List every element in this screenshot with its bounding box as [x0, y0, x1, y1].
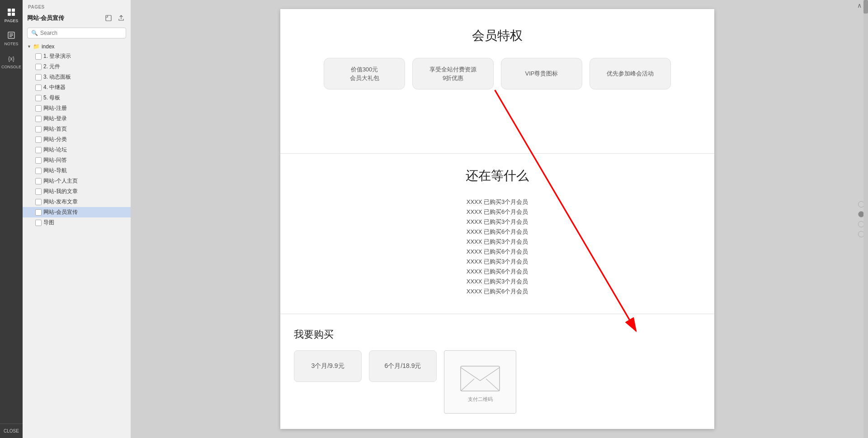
purchase-item-6: XXXX 已购买3个月会员	[467, 258, 528, 266]
tree-item-2[interactable]: 3. 动态面板	[23, 72, 131, 82]
tree-item-10[interactable]: 网站-问答	[23, 155, 131, 165]
page-icon	[35, 199, 42, 205]
vip-section-title: 会员特权	[294, 27, 701, 44]
tree-folder-index[interactable]: ▼ 📁 index	[23, 42, 131, 51]
canvas-page: 会员特权 价值300元会员大礼包 享受全站付费资源9折优惠 VIP尊贵图标 优先…	[280, 9, 714, 429]
icon-sidebar: PAGES NOTES {x} CONSOLE CLOSE	[0, 0, 23, 438]
page-tree: ▼ 📁 index 1. 登录演示 2. 元件 3. 动态面板 4. 中继器 5…	[23, 42, 131, 438]
svg-rect-10	[461, 366, 500, 391]
priv-card-3-text: 优先参加峰会活动	[607, 69, 654, 78]
notes-icon	[6, 30, 16, 40]
main-canvas-area: ∧ 会员特权 价值300元会员大礼包 享受全站付费资源9折优惠 VIP尊贵图标	[131, 0, 868, 438]
page-icon	[35, 147, 42, 153]
pages-title-row: 网站-会员宣传	[23, 11, 131, 26]
tree-item-label: 网站-会员宣传	[43, 208, 78, 216]
canvas-container[interactable]: 会员特权 价值300元会员大礼包 享受全站付费资源9折优惠 VIP尊贵图标 优先…	[131, 0, 863, 438]
current-page-title: 网站-会员宣传	[27, 14, 101, 22]
svg-text:{x}: {x}	[8, 56, 14, 62]
page-icon	[35, 220, 42, 226]
folder-label: index	[42, 43, 55, 50]
page-icon	[35, 64, 42, 70]
tree-item-label: 网站-分类	[43, 136, 67, 143]
priv-card-0: 价值300元会员大礼包	[324, 58, 405, 89]
pages-label: PAGES	[5, 19, 18, 23]
tree-item-0[interactable]: 1. 登录演示	[23, 51, 131, 61]
sidebar-item-console[interactable]: {x} CONSOLE	[0, 50, 23, 73]
tree-item-12[interactable]: 网站-个人主页	[23, 176, 131, 186]
section-vip-privileges: 会员特权 价值300元会员大礼包 享受全站付费资源9折优惠 VIP尊贵图标 优先…	[280, 9, 714, 154]
console-label: CONSOLE	[1, 65, 21, 69]
scrollbar[interactable]	[863, 0, 868, 438]
page-icon	[35, 74, 42, 80]
close-button[interactable]: CLOSE	[0, 424, 23, 438]
tree-item-label: 4. 中继器	[43, 84, 66, 91]
tree-item-6[interactable]: 网站-登录	[23, 113, 131, 124]
page-icon	[35, 209, 42, 216]
tree-item-1[interactable]: 2. 元件	[23, 61, 131, 72]
page-icon	[35, 188, 42, 195]
svg-rect-3	[12, 13, 15, 16]
purchase-item-4: XXXX 已购买3个月会员	[467, 238, 528, 246]
tree-item-16[interactable]: 导图	[23, 217, 131, 228]
qr-code-box: 支付二维码	[444, 350, 516, 414]
tree-item-3[interactable]: 4. 中继器	[23, 82, 131, 93]
purchase-list: XXXX 已购买3个月会员 XXXX 已购买6个月会员 XXXX 已购买3个月会…	[294, 198, 701, 296]
page-icon	[35, 116, 42, 122]
priv-card-1-text: 享受全站付费资源9折优惠	[429, 65, 476, 83]
tree-item-label: 2. 元件	[43, 63, 60, 71]
tree-item-14[interactable]: 网站-发布文章	[23, 197, 131, 207]
tree-item-label: 网站-论坛	[43, 146, 67, 154]
tree-item-9[interactable]: 网站-论坛	[23, 145, 131, 155]
chevron-down-icon: ▼	[27, 44, 31, 49]
scrollbar-thumb[interactable]	[863, 0, 868, 14]
pages-panel: PAGES 网站-会员宣传 🔍 ▼ 📁 index 1. 登录演示	[23, 0, 131, 438]
qr-label: 支付二维码	[468, 396, 493, 403]
collapse-icon[interactable]: ∧	[857, 2, 862, 9]
page-icon	[35, 126, 42, 132]
tree-item-15[interactable]: 网站-会员宣传	[23, 207, 131, 217]
export-icon[interactable]	[104, 13, 113, 23]
svg-rect-1	[12, 9, 15, 12]
page-icon	[35, 105, 42, 112]
page-icon	[35, 168, 42, 174]
tree-item-label: 网站-导航	[43, 167, 67, 174]
search-input[interactable]	[40, 30, 122, 36]
buy-option-1[interactable]: 6个月/18.9元	[369, 350, 437, 382]
console-icon: {x}	[6, 53, 16, 63]
page-icon	[35, 178, 42, 184]
tree-item-label: 网站-我的文章	[43, 188, 78, 195]
buy-option-0[interactable]: 3个月/9.9元	[294, 350, 362, 382]
tree-item-8[interactable]: 网站-分类	[23, 134, 131, 145]
search-box: 🔍	[27, 28, 126, 38]
privilege-cards: 价值300元会员大礼包 享受全站付费资源9折优惠 VIP尊贵图标 优先参加峰会活…	[294, 58, 701, 89]
purchase-item-7: XXXX 已购买6个月会员	[467, 268, 528, 276]
sidebar-item-pages[interactable]: PAGES	[0, 4, 23, 27]
purchase-item-3: XXXX 已购买6个月会员	[467, 228, 528, 236]
page-icon	[35, 137, 42, 143]
tree-item-label: 网站-注册	[43, 104, 67, 112]
sidebar-bottom: CLOSE	[0, 424, 23, 438]
tree-item-label: 1. 登录演示	[43, 52, 71, 60]
tree-item-13[interactable]: 网站-我的文章	[23, 186, 131, 197]
tree-item-label: 导图	[43, 219, 54, 226]
priv-card-2-text: VIP尊贵图标	[525, 69, 558, 78]
tree-item-label: 网站-个人主页	[43, 177, 78, 185]
pages-icon	[6, 7, 16, 17]
wait-section-title: 还在等什么	[294, 167, 701, 184]
search-icon: 🔍	[31, 30, 38, 36]
tree-item-label: 3. 动态面板	[43, 73, 71, 81]
tree-item-11[interactable]: 网站-导航	[23, 165, 131, 176]
svg-rect-0	[8, 9, 11, 12]
tree-item-4[interactable]: 5. 母板	[23, 93, 131, 103]
buy-section-title: 我要购买	[294, 328, 701, 341]
section-buy: 我要购买 3个月/9.9元 6个月/18.9元	[280, 314, 714, 427]
tree-item-5[interactable]: 网站-注册	[23, 103, 131, 113]
purchase-item-8: XXXX 已购买3个月会员	[467, 278, 528, 286]
page-icon	[35, 53, 42, 60]
tree-item-7[interactable]: 网站-首页	[23, 124, 131, 134]
share-icon[interactable]	[116, 13, 126, 23]
sidebar-item-notes[interactable]: NOTES	[0, 27, 23, 50]
priv-card-0-text: 价值300元会员大礼包	[350, 65, 379, 83]
purchase-item-9: XXXX 已购买6个月会员	[467, 287, 528, 296]
tree-item-label: 网站-登录	[43, 115, 67, 122]
